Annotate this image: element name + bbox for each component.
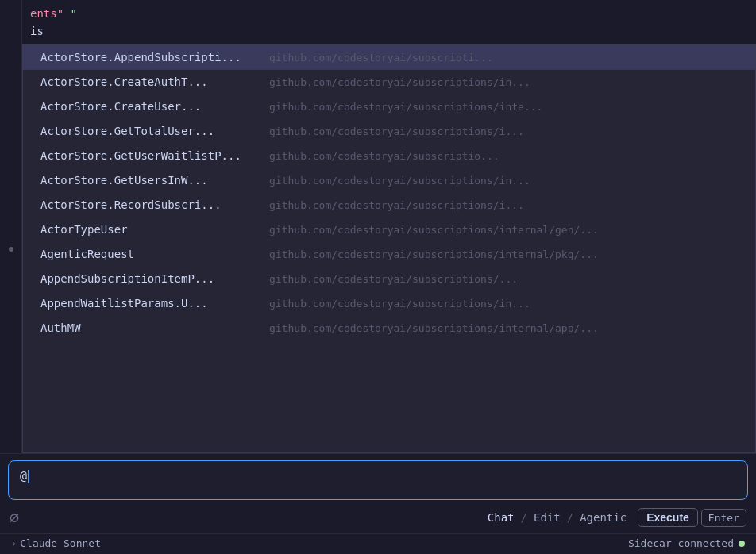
item-path: github.com/codestoryai/subscriptions/int… bbox=[269, 224, 599, 236]
status-left: › Claude Sonnet bbox=[11, 537, 101, 549]
item-path: github.com/codestoryai/subscriptions/in.… bbox=[269, 76, 530, 88]
enter-badge: Enter bbox=[701, 509, 746, 527]
item-name: AuthMW bbox=[40, 321, 263, 334]
dropdown-item[interactable]: AgenticRequest github.com/codestoryai/su… bbox=[23, 242, 755, 267]
item-path: github.com/codestoryai/subscriptions/int… bbox=[269, 248, 599, 260]
attachment-icon[interactable]: ⌀ bbox=[10, 508, 19, 527]
model-name[interactable]: Claude Sonnet bbox=[20, 537, 101, 549]
item-path: github.com/codestoryai/subscriptions/int… bbox=[269, 101, 542, 113]
connection-dot bbox=[739, 541, 745, 547]
code-line-1: ents" " bbox=[30, 5, 748, 22]
code-area: ents" " is bbox=[0, 0, 756, 44]
item-name: ActorStore.GetUsersInW... bbox=[40, 174, 263, 187]
separator-1: / bbox=[521, 511, 527, 524]
dropdown-item[interactable]: ActorStore.CreateAuthT... github.com/cod… bbox=[23, 70, 755, 94]
execute-button[interactable]: Execute bbox=[638, 508, 698, 527]
input-text: @ bbox=[20, 469, 29, 483]
item-path: github.com/codestoryai/subscriptions/int… bbox=[269, 322, 599, 334]
dropdown-item[interactable]: AppendSubscriptionItemP... github.com/co… bbox=[23, 267, 755, 291]
item-path: github.com/codestoryai/subscriptions/... bbox=[269, 273, 518, 285]
status-right: Sidecar connected bbox=[628, 537, 745, 549]
dropdown-panel[interactable]: ActorStore.AppendSubscripti... github.co… bbox=[22, 44, 756, 453]
left-gutter bbox=[0, 0, 22, 44]
chevron-icon: › bbox=[11, 538, 17, 549]
item-name: AgenticRequest bbox=[40, 248, 263, 260]
dropdown-item[interactable]: ActorStore.GetUsersInW... github.com/cod… bbox=[23, 168, 755, 193]
dropdown-item[interactable]: ActorStore.GetTotalUser... github.com/co… bbox=[23, 119, 755, 144]
code-quote: " bbox=[71, 7, 77, 20]
dropdown-item[interactable]: ActorStore.CreateUser... github.com/code… bbox=[23, 94, 755, 119]
bullet bbox=[9, 247, 14, 252]
toolbar-right: Chat / Edit / Agentic Execute Enter bbox=[484, 508, 746, 527]
code-line-2: is bbox=[30, 22, 748, 40]
item-path: github.com/codestoryai/subscriptions/in.… bbox=[269, 175, 530, 187]
app-container: ents" " is ActorStore.AppendSubscripti..… bbox=[0, 0, 756, 554]
item-path: github.com/codestoryai/subscriptions/in.… bbox=[269, 298, 530, 310]
item-name: ActorStore.AppendSubscripti... bbox=[40, 51, 263, 63]
edit-button[interactable]: Edit bbox=[530, 510, 564, 525]
dropdown-item[interactable]: ActorStore.AppendSubscripti... github.co… bbox=[23, 45, 755, 70]
input-area[interactable]: @ bbox=[8, 460, 748, 500]
item-path: github.com/codestoryai/subscripti... bbox=[269, 52, 493, 63]
item-name: ActorStore.CreateAuthT... bbox=[40, 75, 263, 88]
status-bar: › Claude Sonnet Sidecar connected bbox=[0, 533, 756, 554]
item-name: ActorStore.GetUserWaitlistP... bbox=[40, 149, 263, 162]
cursor bbox=[28, 470, 29, 483]
item-name: AppendSubscriptionItemP... bbox=[40, 272, 263, 285]
item-path: github.com/codestoryai/subscriptions/i..… bbox=[269, 125, 524, 137]
item-name: ActorTypeUser bbox=[40, 223, 263, 236]
chat-button[interactable]: Chat bbox=[484, 510, 518, 525]
toolbar: ⌀ Chat / Edit / Agentic Execute Enter bbox=[0, 503, 756, 533]
connection-text: Sidecar connected bbox=[628, 537, 734, 549]
dropdown-item[interactable]: ActorTypeUser github.com/codestoryai/sub… bbox=[23, 217, 755, 242]
item-name: ActorStore.CreateUser... bbox=[40, 100, 263, 113]
toolbar-left: ⌀ bbox=[10, 508, 484, 527]
item-name: ActorStore.GetTotalUser... bbox=[40, 125, 263, 137]
agentic-button[interactable]: Agentic bbox=[577, 510, 630, 525]
dropdown-item[interactable]: AuthMW github.com/codestoryai/subscripti… bbox=[23, 316, 755, 340]
item-path: github.com/codestoryai/subscriptio... bbox=[269, 150, 499, 162]
item-name: AppendWaitlistParams.U... bbox=[40, 297, 263, 310]
dropdown-item[interactable]: AppendWaitlistParams.U... github.com/cod… bbox=[23, 291, 755, 316]
dropdown-item[interactable]: ActorStore.RecordSubscri... github.com/c… bbox=[23, 193, 755, 217]
main-area: ActorStore.AppendSubscripti... github.co… bbox=[0, 44, 756, 453]
code-lines: ents" " is bbox=[22, 0, 756, 44]
item-path: github.com/codestoryai/subscriptions/i..… bbox=[269, 199, 524, 211]
item-name: ActorStore.RecordSubscri... bbox=[40, 198, 263, 211]
code-text-2: is bbox=[30, 25, 44, 37]
bottom-section: @ ⌀ Chat / Edit / Agentic Execute Enter … bbox=[0, 453, 756, 554]
dropdown-item[interactable]: ActorStore.GetUserWaitlistP... github.co… bbox=[23, 144, 755, 168]
separator-2: / bbox=[567, 511, 573, 524]
editor-gutter bbox=[0, 44, 22, 453]
code-text-1: ents" bbox=[30, 7, 64, 20]
